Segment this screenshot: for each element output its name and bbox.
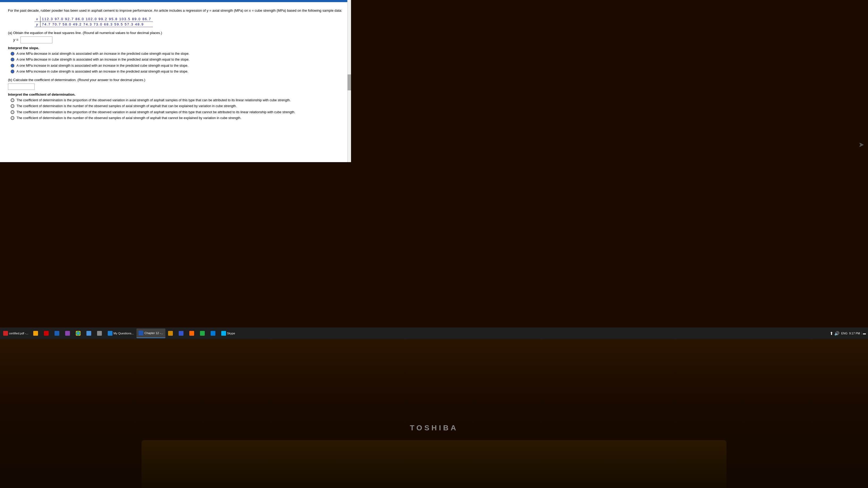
toshiba-brand: TOSHIBA [410,424,458,432]
slope-option-1[interactable]: A one MPa decrease in axial strength is … [11,52,343,56]
y-values: 74.7 70.7 58.0 49.2 74.3 73.0 68.3 59.5 … [40,22,153,27]
radio-btn-3[interactable] [11,64,14,67]
taskbar-item-home[interactable] [84,328,94,338]
content-area: For the past decade, rubber powder has b… [0,0,351,162]
coeff-option-4[interactable]: The coefficient of determination is the … [11,116,343,121]
y-label: y [35,22,40,27]
coeff-option-3-text: The coefficient of determination is the … [17,110,295,115]
cursor-arrow: ⮞ [859,142,864,148]
taskbar-item-skype[interactable]: Skype [219,328,238,338]
laptop-body: TOSHIBA [0,339,868,488]
scrollbar[interactable] [347,0,351,162]
taskbar-item-blue[interactable] [52,328,62,338]
equation-row: y = [13,36,343,43]
chapter12-icon [138,331,143,335]
slope-option-4[interactable]: A one MPa increase in cube strength is a… [11,69,343,74]
radio-btn-1[interactable] [11,52,14,56]
windows-icon [211,331,215,336]
clock: 9:17 PM [849,332,860,335]
data-table: x 112.3 97.0 92.7 86.0 102.0 99.2 95.8 1… [35,17,153,27]
system-tray: ⬆ 🔊 ENG 9:17 PM ▬ [794,327,868,339]
blue-app-icon [55,331,59,336]
coeff-option-2-text: The coefficient of determination is the … [17,104,237,109]
taskbar-label-my-questions: My Questions... [114,332,134,335]
taskbar-item-chapter12[interactable]: Chapter 12 -... [136,328,165,338]
pdf-icon [3,331,8,336]
taskbar-item-orange[interactable] [187,328,197,338]
show-desktop-btn[interactable]: ▬ [862,332,866,335]
radio-btn-coeff-1[interactable] [11,98,14,102]
coeff-option-1-text: The coefficient of determination is the … [17,98,291,103]
mail-icon [168,331,173,336]
taskbar-item-search[interactable] [95,328,105,338]
part-a-label: (a) Obtain the equation of the least squ… [8,31,343,35]
keyboard-area [142,440,726,488]
intro-text: For the past decade, rubber powder has b… [8,8,343,13]
slope-option-4-text: A one MPa increase in cube strength is a… [17,69,188,74]
part-b-section: (b) Calculate the coefficient of determi… [8,78,343,90]
part-b-label: (b) Calculate the coefficient of determi… [8,78,343,82]
taskbar-item-certified-pdf[interactable]: certified.pdf -... [1,328,31,338]
folder-icon [33,331,38,336]
x-values: 112.3 97.0 92.7 86.0 102.0 99.2 95.8 103… [40,17,153,22]
taskbar-label-skype: Skype [227,332,235,335]
taskbar-label-certified: certified.pdf -... [9,332,28,335]
taskbar-label-chapter12: Chapter 12 -... [145,331,163,335]
slope-option-3[interactable]: A one MPa increase in axial strength is … [11,64,343,68]
radio-btn-4[interactable] [11,70,14,73]
coeff-option-1[interactable]: The coefficient of determination is the … [11,98,343,103]
my-questions-icon [108,331,113,336]
taskbar-item-green[interactable] [198,328,208,338]
taskbar-item-media[interactable] [177,328,187,338]
taskbar-item-chrome[interactable] [74,328,84,338]
taskbar-item-folder[interactable] [31,328,41,338]
orange-app-icon [189,331,194,336]
slope-option-2[interactable]: A one MPa decrease in cube strength is a… [11,57,343,62]
language-indicator: ENG [841,332,847,335]
interpret-coeff-header: Interpret the coefficient of determinati… [8,93,343,96]
taskbar-item-purple[interactable] [63,328,73,338]
x-label: x [35,17,40,22]
green-app-icon [200,331,205,336]
content-body: For the past decade, rubber powder has b… [8,8,343,121]
chrome-icon [76,331,81,336]
coeff-option-3[interactable]: The coefficient of determination is the … [11,110,343,115]
slope-option-2-text: A one MPa decrease in cube strength is a… [17,57,189,62]
equation-input[interactable] [21,36,52,43]
purple-app-icon [65,331,70,336]
scrollbar-thumb[interactable] [348,74,351,90]
taskbar-item-my-questions[interactable]: My Questions... [105,328,136,338]
top-bar [0,0,351,2]
media-icon [179,331,184,336]
interpret-slope-header: Interpret the slope. [8,46,343,50]
taskbar: certified.pdf -... My Questions... Chapt… [0,327,868,339]
search-icon [97,331,102,336]
coeff-option-4-text: The coefficient of determination is the … [17,116,241,121]
skype-icon [221,331,226,336]
radio-btn-coeff-4[interactable] [11,116,14,120]
tray-icons: ⬆ 🔊 [830,331,840,336]
slope-option-1-text: A one MPa decrease in axial strength is … [17,52,189,56]
slope-option-3-text: A one MPa increase in axial strength is … [17,64,188,68]
radio-btn-coeff-2[interactable] [11,104,14,108]
taskbar-item-red[interactable] [42,328,52,338]
radio-btn-2[interactable] [11,58,14,61]
radio-btn-coeff-3[interactable] [11,110,14,114]
taskbar-item-windows[interactable] [209,328,219,338]
coeff-input[interactable] [8,84,35,90]
taskbar-item-mail[interactable] [166,328,176,338]
home-icon [86,331,91,336]
red-app-icon [44,331,49,336]
y-equals-label: y = [13,38,18,42]
coeff-option-2[interactable]: The coefficient of determination is the … [11,104,343,109]
